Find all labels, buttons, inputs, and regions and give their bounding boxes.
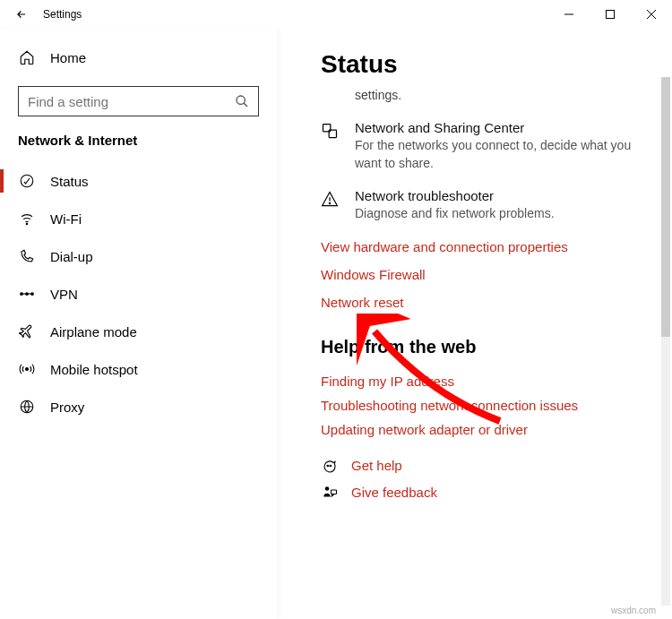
help-link-adapter[interactable]: Updating network adapter or driver	[321, 422, 661, 437]
back-button[interactable]	[7, 0, 36, 29]
search-box[interactable]	[18, 86, 259, 116]
svg-point-4	[237, 96, 245, 104]
maximize-button[interactable]	[590, 0, 631, 29]
option-network-sharing[interactable]: Network and Sharing Center For the netwo…	[321, 120, 661, 172]
close-button[interactable]	[631, 0, 672, 29]
action-label: Give feedback	[351, 485, 437, 500]
scrollbar-thumb[interactable]	[661, 77, 670, 337]
svg-point-18	[327, 465, 329, 467]
option-troubleshooter[interactable]: Network troubleshooter Diagnose and fix …	[321, 188, 661, 223]
maximize-icon	[606, 10, 615, 19]
sidebar-item-label: VPN	[50, 287, 78, 302]
arrow-left-icon	[15, 8, 28, 21]
help-link-ip[interactable]: Finding my IP address	[321, 374, 661, 389]
option-desc: Diagnose and fix network problems.	[355, 205, 555, 223]
titlebar: Settings	[0, 0, 672, 29]
sidebar-item-label: Wi-Fi	[50, 211, 82, 227]
feedback-icon	[321, 484, 339, 502]
watermark: wsxdn.com	[611, 606, 656, 615]
warning-icon	[321, 190, 339, 208]
home-label: Home	[50, 50, 86, 65]
help-link-troubleshoot[interactable]: Troubleshooting network connection issue…	[321, 398, 661, 413]
sharing-icon	[321, 122, 339, 140]
svg-point-17	[329, 203, 330, 204]
home-nav[interactable]: Home	[0, 41, 277, 73]
wifi-icon	[18, 210, 36, 228]
main-content: Status settings. Network and Sharing Cen…	[278, 29, 672, 619]
minimize-icon	[564, 10, 573, 19]
airplane-icon	[18, 322, 36, 340]
sidebar-item-proxy[interactable]: Proxy	[0, 388, 277, 426]
action-feedback[interactable]: Give feedback	[321, 484, 661, 502]
hotspot-icon	[18, 360, 36, 378]
dialup-icon	[18, 247, 36, 265]
window-controls	[548, 0, 672, 29]
svg-point-12	[26, 368, 29, 371]
settings-snippet: settings.	[321, 88, 661, 102]
option-desc: For the networks you connect to, decide …	[355, 137, 642, 172]
page-title: Status	[321, 50, 661, 79]
scrollbar[interactable]	[661, 77, 670, 606]
help-section-title: Help from the web	[321, 337, 661, 357]
action-label: Get help	[351, 458, 402, 473]
svg-line-5	[244, 103, 247, 107]
sidebar-item-wifi[interactable]: Wi-Fi	[0, 200, 277, 237]
link-hardware-properties[interactable]: View hardware and connection properties	[321, 239, 661, 254]
sidebar-item-status[interactable]: Status	[0, 162, 277, 200]
svg-point-7	[26, 223, 28, 225]
option-title: Network and Sharing Center	[355, 120, 642, 135]
sidebar-item-dialup[interactable]: Dial-up	[0, 237, 277, 275]
svg-rect-21	[332, 490, 337, 494]
minimize-button[interactable]	[548, 0, 590, 29]
svg-point-20	[325, 486, 330, 491]
svg-point-6	[21, 175, 33, 187]
category-header: Network & Internet	[0, 133, 277, 162]
chat-icon	[321, 457, 339, 475]
search-input[interactable]	[28, 94, 235, 109]
sidebar: Home Network & Internet Status Wi-Fi Dia…	[0, 29, 278, 619]
vpn-icon	[18, 285, 36, 303]
close-icon	[647, 10, 656, 19]
sidebar-item-airplane[interactable]: Airplane mode	[0, 313, 277, 350]
action-get-help[interactable]: Get help	[321, 457, 661, 475]
svg-point-19	[330, 465, 332, 467]
search-icon	[235, 94, 249, 108]
sidebar-item-label: Status	[50, 174, 89, 189]
sidebar-item-label: Dial-up	[50, 249, 93, 264]
svg-rect-1	[607, 11, 615, 19]
link-windows-firewall[interactable]: Windows Firewall	[321, 267, 661, 282]
sidebar-item-label: Proxy	[50, 400, 84, 415]
home-icon	[18, 48, 36, 66]
status-icon	[18, 172, 36, 190]
sidebar-item-label: Mobile hotspot	[50, 362, 138, 377]
link-network-reset[interactable]: Network reset	[321, 295, 661, 310]
sidebar-item-label: Airplane mode	[50, 324, 137, 340]
proxy-icon	[18, 398, 36, 416]
sidebar-item-vpn[interactable]: VPN	[0, 275, 277, 313]
sidebar-item-hotspot[interactable]: Mobile hotspot	[0, 350, 277, 388]
app-title: Settings	[43, 8, 82, 21]
option-title: Network troubleshooter	[355, 188, 555, 203]
